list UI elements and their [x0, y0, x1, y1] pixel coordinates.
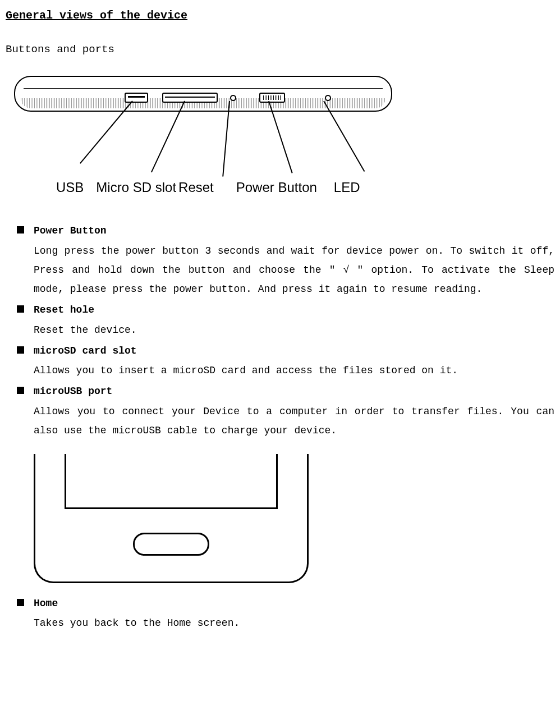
device-front-diagram	[34, 454, 309, 583]
microsd-slot-icon	[162, 93, 218, 103]
item-body-home: Takes you back to the Home screen.	[34, 613, 554, 633]
list-item: Home Takes you back to the Home screen.	[17, 594, 554, 633]
device-body-outline	[14, 76, 392, 112]
list-item: Reset hole Reset the device.	[17, 301, 554, 340]
subtitle: Buttons and ports	[6, 40, 554, 59]
label-usb: USB	[56, 175, 84, 199]
page-heading: General views of the device	[6, 6, 554, 26]
feature-list-1: Power Button Long press the power button…	[17, 222, 554, 440]
label-reset: Reset	[178, 175, 214, 199]
item-body-sd: Allows you to insert a microSD card and …	[34, 361, 554, 380]
label-led: LED	[334, 175, 360, 199]
list-item: microSD card slot Allows you to insert a…	[17, 342, 554, 381]
list-item: microUSB port Allows you to connect your…	[17, 382, 554, 440]
item-title-reset: Reset hole	[34, 301, 554, 319]
device-inner-edge	[24, 88, 383, 89]
item-body-reset: Reset the device.	[34, 320, 554, 340]
device-screen-outline	[65, 454, 278, 509]
item-body-usb: Allows you to connect your Device to a c…	[34, 402, 554, 440]
power-button-icon	[259, 93, 285, 103]
item-title-home: Home	[34, 594, 554, 612]
item-title-power: Power Button	[34, 222, 554, 240]
pointer-reset	[222, 101, 230, 177]
item-body-power: Long press the power button 3 seconds an…	[34, 241, 554, 299]
feature-list-2: Home Takes you back to the Home screen.	[17, 594, 554, 633]
item-title-sd: microSD card slot	[34, 342, 554, 360]
list-item: Power Button Long press the power button…	[17, 222, 554, 299]
label-microsd: Micro SD slot	[96, 175, 176, 199]
label-power: Power Button	[236, 175, 317, 199]
usb-port-icon	[125, 93, 148, 103]
device-top-diagram: USB Micro SD slot Reset Power Button LED	[11, 70, 393, 199]
pointer-power	[268, 101, 293, 173]
diagram-label-row: USB Micro SD slot Reset Power Button LED	[56, 175, 393, 199]
home-button-icon	[133, 533, 209, 556]
item-title-usb: microUSB port	[34, 382, 554, 400]
